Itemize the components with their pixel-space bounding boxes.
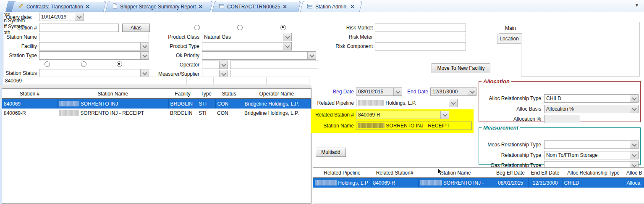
product-class-combo[interactable]: Natural Gas (202, 33, 292, 41)
meas-relationship-type-label: Meas Relationship Type (481, 140, 541, 149)
side-tab-location[interactable]: Location (497, 34, 521, 44)
detail-station-name-field[interactable]: SORRENTO INJ - RECEIPT (356, 122, 472, 130)
multiadd-button[interactable]: Multiadd (316, 148, 346, 157)
on-system-radio[interactable] (194, 25, 200, 30)
tab-label: Shipper Storage Summary Report (120, 4, 196, 10)
col-related-station-number[interactable]: Related Station# (371, 168, 418, 178)
allocation-pct-label: Allocation % (481, 115, 541, 123)
col-station-name[interactable]: Station Name (57, 89, 168, 99)
product-type-combo[interactable] (202, 42, 292, 50)
col-alloc-basis[interactable]: Alloc B (625, 168, 644, 178)
station-status-combo[interactable] (39, 69, 149, 77)
station-row-840069[interactable]: 840069 SORRENTO INJ BRDGLIN STI CON Brid… (2, 99, 311, 109)
col-beg-eff-date[interactable]: Beg Eff Date (493, 168, 528, 178)
related-station-combo[interactable]: 840069-R (356, 111, 449, 119)
dropdown-button[interactable] (468, 88, 476, 95)
col-alloc-relationship-type[interactable]: Alloc Relationship Type (562, 168, 625, 178)
dropdown-button[interactable] (630, 151, 638, 159)
end-date-combo[interactable]: 12/31/3000 (430, 87, 476, 96)
chevron-down-icon (632, 152, 636, 157)
filter-cell[interactable] (80, 77, 187, 85)
col-type[interactable]: Type (197, 89, 215, 99)
close-icon[interactable]: ✕ (86, 4, 90, 9)
risk-market-input[interactable] (375, 24, 466, 32)
alloc-relationship-type-combo[interactable]: CHILD (544, 94, 639, 103)
meas-relationship-type-combo[interactable] (544, 140, 639, 149)
dropdown-button[interactable] (307, 52, 316, 59)
stations-grid-header-row: Station # Station Name Facility Type Sta… (2, 89, 311, 99)
dropdown-button[interactable] (630, 105, 638, 113)
ok-priority-value (202, 52, 307, 59)
filter-cell[interactable] (186, 77, 214, 85)
dropdown-button[interactable] (393, 88, 402, 95)
alloc-basis-combo[interactable]: Allocation % (544, 105, 639, 113)
col-related-pipeline[interactable]: Related Pipeline (313, 168, 371, 178)
col-end-eff-date[interactable]: End Eff Date (528, 168, 562, 178)
alias-button[interactable]: Alias (122, 24, 150, 32)
related-station-row[interactable]: Holdings, L.P 840069-R SORRENTO INJ - 08… (313, 178, 644, 188)
query-date-label: Query date: (6, 13, 32, 21)
filter-cell[interactable] (266, 77, 309, 85)
tab-overflow-button[interactable]: ▼ (635, 3, 639, 8)
tab-contracts-transportation[interactable]: Contracts: Transportation ✕ (11, 1, 106, 12)
document-icon (112, 3, 118, 10)
redacted-text (315, 180, 337, 185)
query-date-combo[interactable]: 10/14/2019 (39, 13, 84, 21)
side-tab-main[interactable]: Main (499, 23, 522, 34)
tab-contract-trn00625[interactable]: CONTRACT:TRN00625 ✕ (212, 1, 301, 12)
station-type-combo[interactable] (39, 51, 149, 60)
dropdown-button[interactable] (219, 61, 228, 69)
station-row-840069-R[interactable]: 840069-R SORRENTO INJ - RECEIPT BRDGLIN … (2, 109, 311, 118)
off-system-radio[interactable] (237, 25, 243, 30)
dropdown-button[interactable] (140, 52, 149, 59)
end-date-label: End Date (405, 87, 428, 96)
receipt-radio[interactable] (45, 61, 50, 67)
delivery-radio[interactable] (81, 61, 86, 67)
relationship-type-value: Nom To/FRom Storage (545, 151, 630, 159)
redacted-text (59, 110, 79, 116)
col-operator-name[interactable]: Operator Name (243, 89, 311, 99)
filter-station-number-cell[interactable]: 840069 (3, 77, 80, 85)
col-station-name[interactable]: Station Name (418, 168, 493, 178)
close-icon[interactable]: ✕ (283, 4, 287, 9)
cell-end-eff-date: 12/31/3000 (528, 178, 562, 188)
dropdown-button[interactable] (75, 13, 83, 21)
related-pipeline-combo[interactable]: Holdings, L.P. (356, 99, 458, 107)
dropdown-button[interactable] (630, 95, 638, 102)
tab-inner: CONTRACT:TRN00625 ✕ (214, 1, 299, 12)
dropdown-button[interactable] (440, 111, 449, 119)
operator-code-combo[interactable] (202, 61, 228, 69)
close-icon[interactable]: ✕ (350, 4, 354, 9)
dropdown-button[interactable] (283, 33, 291, 41)
relationship-type-combo[interactable]: Nom To/FRom Storage (544, 151, 639, 159)
move-to-new-facility-button[interactable]: Move To New Facility (432, 63, 490, 73)
station-admin-window: Contracts: Transportation ✕ Shipper Stor… (0, 0, 644, 204)
close-icon[interactable]: ✕ (199, 4, 203, 9)
dropdown-button[interactable] (140, 42, 149, 50)
allocation-group-title: Allocation (482, 78, 511, 85)
dropdown-button[interactable] (449, 99, 457, 107)
mouse-cursor-icon (437, 168, 443, 178)
dropdown-button[interactable] (630, 141, 638, 148)
col-station-number[interactable]: Station # (2, 89, 57, 99)
both-direction-radio[interactable] (117, 61, 122, 67)
col-status[interactable]: Status (215, 89, 243, 99)
chevron-down-icon (221, 71, 226, 76)
station-number-input[interactable] (39, 24, 119, 32)
cell-status: CON (215, 109, 243, 118)
tab-shipper-storage-report[interactable]: Shipper Storage Summary Report ✕ (105, 1, 213, 12)
tab-station-admin[interactable]: Station Admin. ✕ (300, 1, 362, 12)
dropdown-button[interactable] (283, 42, 291, 50)
allocation-pct-input[interactable] (544, 115, 580, 123)
risk-meter-input[interactable] (375, 33, 466, 41)
filter-cell[interactable] (240, 77, 267, 85)
risk-component-input[interactable] (375, 42, 466, 50)
col-facility[interactable]: Facility (168, 89, 197, 99)
facility-combo[interactable] (39, 42, 149, 50)
both-system-radio[interactable] (280, 25, 286, 30)
station-name-input[interactable] (39, 33, 149, 41)
ok-priority-combo[interactable] (202, 51, 316, 60)
beg-date-combo[interactable]: 08/01/2015 (356, 87, 402, 96)
filter-cell[interactable] (213, 77, 240, 85)
operator-name-input[interactable] (230, 61, 318, 69)
